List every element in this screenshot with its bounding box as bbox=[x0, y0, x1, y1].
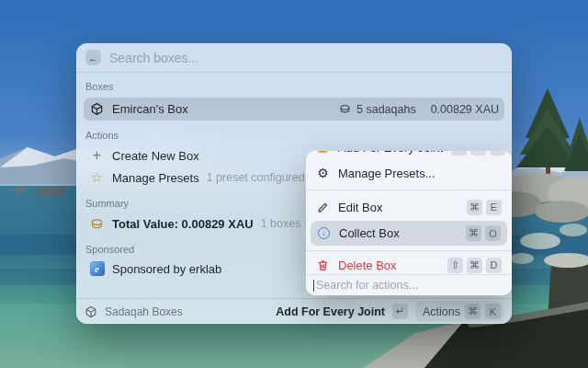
cmd-key-icon: ⌘ bbox=[470, 151, 486, 155]
section-label-sponsored: Sponsored bbox=[85, 244, 134, 255]
shift-key-icon: ⇧ bbox=[447, 258, 463, 273]
cmd-key-icon: ⌘ bbox=[466, 225, 481, 241]
search-header: ← bbox=[76, 43, 512, 73]
sponsored-label: Sponsored by erklab bbox=[112, 262, 221, 276]
menu-item-manage-presets[interactable]: ⚙ Manage Presets... bbox=[306, 161, 512, 185]
pencil-icon bbox=[316, 201, 330, 213]
plus-icon: + bbox=[89, 148, 105, 163]
create-new-box-label: Create New Box bbox=[112, 149, 199, 163]
preset-count: 1 preset configured bbox=[207, 171, 305, 184]
cmd-key-icon: ⌘ bbox=[467, 258, 482, 273]
total-value-label: Total Value: 0.00829 XAU bbox=[112, 217, 254, 231]
cmd-key-icon: ⌘ bbox=[465, 304, 481, 319]
star-icon: ☆ bbox=[89, 170, 105, 185]
section-label-boxes: Boxes bbox=[85, 81, 114, 92]
box-icon bbox=[89, 102, 105, 116]
download-circle-icon: ↓ bbox=[317, 227, 331, 239]
primary-action-label[interactable]: Add For Every Joint bbox=[276, 305, 385, 318]
coin-icon bbox=[338, 103, 351, 115]
e-key-icon: E bbox=[486, 200, 502, 215]
gear-icon: ⚙ bbox=[316, 166, 330, 180]
text-caret bbox=[313, 280, 314, 292]
menu-divider bbox=[306, 190, 512, 190]
add-joint-icon bbox=[316, 151, 330, 153]
o-key-icon: O bbox=[485, 225, 501, 241]
app-cube-icon bbox=[84, 305, 97, 318]
gold-coin-icon bbox=[89, 217, 105, 231]
menu-item-collect-box[interactable]: ↓ Collect Box ⌘ O bbox=[311, 221, 507, 246]
back-button[interactable]: ← bbox=[85, 50, 101, 65]
menu-search-placeholder: Search for actions... bbox=[316, 279, 418, 292]
k-key-icon: K bbox=[485, 304, 501, 319]
manage-presets-label: Manage Presets bbox=[112, 171, 199, 185]
d-key-icon: D bbox=[486, 258, 502, 273]
actions-menu: Add For Every Joint ⌥ ⌘ J ⚙ Manage Prese… bbox=[306, 151, 512, 295]
menu-item-edit-box[interactable]: Edit Box ⌘ E bbox=[306, 195, 512, 219]
return-key-icon: ↵ bbox=[392, 304, 408, 319]
menu-divider bbox=[306, 250, 512, 251]
actions-button[interactable]: Actions ⌘ K bbox=[415, 301, 504, 322]
menu-item-add-for-every-joint[interactable]: Add For Every Joint ⌥ ⌘ J bbox=[306, 151, 512, 159]
desktop: ← Boxes Emircan's Box 5 sadaq bbox=[0, 0, 588, 368]
menu-search-input[interactable]: Search for actions... bbox=[306, 275, 512, 295]
footer-bar: Sadaqah Boxes Add For Every Joint ↵ Acti… bbox=[76, 298, 512, 324]
box-title: Emircan's Box bbox=[112, 102, 188, 116]
j-key-icon: J bbox=[490, 151, 505, 155]
box-sadaqah-count: 5 sadaqahs bbox=[356, 103, 416, 116]
erklab-icon: e bbox=[89, 261, 105, 276]
section-label-summary: Summary bbox=[85, 198, 129, 209]
box-value: 0.00829 XAU bbox=[431, 103, 499, 116]
search-input[interactable] bbox=[109, 51, 503, 65]
actions-button-label: Actions bbox=[423, 305, 460, 318]
section-label-actions: Actions bbox=[85, 130, 119, 141]
trash-icon bbox=[316, 259, 330, 271]
app-name: Sadaqah Boxes bbox=[105, 305, 183, 318]
box-list-item[interactable]: Emircan's Box 5 sadaqahs 0.00829 XAU bbox=[84, 98, 504, 121]
cmd-key-icon: ⌘ bbox=[467, 200, 482, 215]
option-key-icon: ⌥ bbox=[451, 151, 467, 155]
back-arrow-icon: ← bbox=[88, 52, 98, 63]
